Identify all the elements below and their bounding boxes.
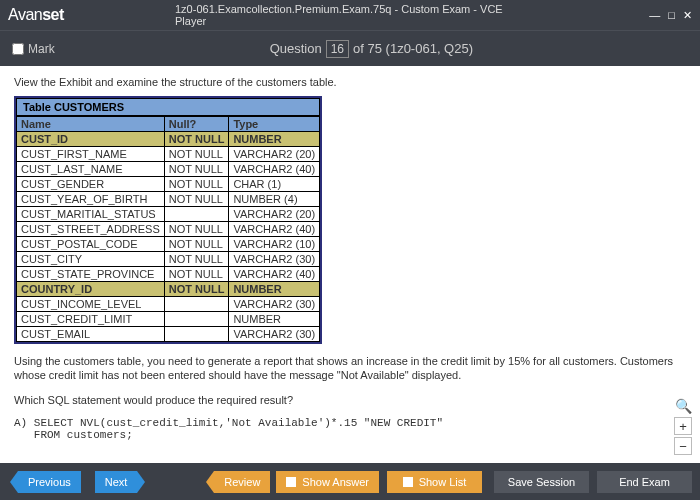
- checkbox-icon: [403, 477, 413, 487]
- table-cell: NOT NULL: [164, 132, 229, 147]
- table-cell: COUNTRY_ID: [17, 282, 165, 297]
- table-title: Table CUSTOMERS: [16, 98, 320, 116]
- minimize-icon[interactable]: —: [649, 9, 660, 22]
- table-cell: CUST_GENDER: [17, 177, 165, 192]
- table-cell: [164, 207, 229, 222]
- table-header-cell: Null?: [164, 117, 229, 132]
- table-cell: NOT NULL: [164, 147, 229, 162]
- table-cell: CUST_EMAIL: [17, 327, 165, 342]
- table-row: CUST_FIRST_NAMENOT NULLVARCHAR2 (20): [17, 147, 320, 162]
- table-cell: CUST_ID: [17, 132, 165, 147]
- table-cell: VARCHAR2 (40): [229, 267, 320, 282]
- table-cell: NOT NULL: [164, 162, 229, 177]
- table-cell: NOT NULL: [164, 177, 229, 192]
- table-row: CUST_YEAR_OF_BIRTHNOT NULLNUMBER (4): [17, 192, 320, 207]
- table-cell: VARCHAR2 (30): [229, 252, 320, 267]
- mark-label: Mark: [28, 42, 55, 56]
- table-cell: NUMBER: [229, 132, 320, 147]
- table-row: COUNTRY_IDNOT NULLNUMBER: [17, 282, 320, 297]
- table-cell: NOT NULL: [164, 252, 229, 267]
- zoom-out-button[interactable]: −: [674, 437, 692, 455]
- table-header-cell: Type: [229, 117, 320, 132]
- table-cell: VARCHAR2 (40): [229, 162, 320, 177]
- table-cell: NOT NULL: [164, 222, 229, 237]
- table-cell: NOT NULL: [164, 192, 229, 207]
- table-cell: CUST_CREDIT_LIMIT: [17, 312, 165, 327]
- table-cell: NOT NULL: [164, 267, 229, 282]
- zoom-controls: 🔍 + −: [674, 397, 692, 455]
- table-row: CUST_CREDIT_LIMITNUMBER: [17, 312, 320, 327]
- table-row: CUST_GENDERNOT NULLCHAR (1): [17, 177, 320, 192]
- question-number[interactable]: 16: [326, 40, 349, 58]
- logo: Avanset: [8, 6, 64, 24]
- titlebar: Avanset 1z0-061.Examcollection.Premium.E…: [0, 0, 700, 30]
- table-cell: CUST_YEAR_OF_BIRTH: [17, 192, 165, 207]
- magnify-icon[interactable]: 🔍: [674, 397, 692, 415]
- show-answer-button[interactable]: Show Answer: [276, 471, 379, 493]
- window-controls: — □ ✕: [649, 9, 692, 22]
- table-cell: CUST_INCOME_LEVEL: [17, 297, 165, 312]
- table-cell: NUMBER: [229, 312, 320, 327]
- table-cell: VARCHAR2 (30): [229, 297, 320, 312]
- table-cell: CUST_CITY: [17, 252, 165, 267]
- table-cell: CUST_LAST_NAME: [17, 162, 165, 177]
- table-cell: [164, 327, 229, 342]
- show-list-button[interactable]: Show List: [387, 471, 482, 493]
- table-cell: VARCHAR2 (30): [229, 327, 320, 342]
- table-row: CUST_IDNOT NULLNUMBER: [17, 132, 320, 147]
- table-cell: NOT NULL: [164, 237, 229, 252]
- previous-button[interactable]: Previous: [18, 471, 81, 493]
- checkbox-icon: [286, 477, 296, 487]
- footer: Previous Next Review Show Answer Show Li…: [0, 463, 700, 500]
- table-row: CUST_CITYNOT NULLVARCHAR2 (30): [17, 252, 320, 267]
- table-row: CUST_LAST_NAMENOT NULLVARCHAR2 (40): [17, 162, 320, 177]
- table-row: CUST_POSTAL_CODENOT NULLVARCHAR2 (10): [17, 237, 320, 252]
- table-cell: CHAR (1): [229, 177, 320, 192]
- question-nav: Question 16 of 75 (1z0-061, Q25): [270, 40, 473, 58]
- table-cell: NOT NULL: [164, 282, 229, 297]
- table-row: CUST_INCOME_LEVELVARCHAR2 (30): [17, 297, 320, 312]
- toolbar: Mark Question 16 of 75 (1z0-061, Q25): [0, 30, 700, 66]
- end-exam-button[interactable]: End Exam: [597, 471, 692, 493]
- table-cell: VARCHAR2 (20): [229, 147, 320, 162]
- table-cell: CUST_POSTAL_CODE: [17, 237, 165, 252]
- table-cell: CUST_FIRST_NAME: [17, 147, 165, 162]
- next-button[interactable]: Next: [95, 471, 138, 493]
- table-cell: CUST_STATE_PROVINCE: [17, 267, 165, 282]
- mark-checkbox[interactable]: Mark: [12, 42, 55, 56]
- table-row: CUST_STREET_ADDRESSNOT NULLVARCHAR2 (40): [17, 222, 320, 237]
- customers-table: Table CUSTOMERS NameNull?Type CUST_IDNOT…: [14, 96, 322, 344]
- table-cell: CUST_STREET_ADDRESS: [17, 222, 165, 237]
- close-icon[interactable]: ✕: [683, 9, 692, 22]
- review-button[interactable]: Review: [214, 471, 270, 493]
- exhibit-intro: View the Exhibit and examine the structu…: [14, 76, 686, 88]
- table-cell: CUST_MARITIAL_STATUS: [17, 207, 165, 222]
- content-area[interactable]: View the Exhibit and examine the structu…: [0, 66, 700, 463]
- maximize-icon[interactable]: □: [668, 9, 675, 22]
- table-cell: [164, 312, 229, 327]
- table-header-cell: Name: [17, 117, 165, 132]
- table-cell: NUMBER: [229, 282, 320, 297]
- question-body-2: Which SQL statement would produce the re…: [14, 393, 686, 407]
- table-row: CUST_EMAILVARCHAR2 (30): [17, 327, 320, 342]
- table-row: CUST_STATE_PROVINCENOT NULLVARCHAR2 (40): [17, 267, 320, 282]
- table-cell: [164, 297, 229, 312]
- table-cell: VARCHAR2 (10): [229, 237, 320, 252]
- table-cell: VARCHAR2 (40): [229, 222, 320, 237]
- mark-input[interactable]: [12, 43, 24, 55]
- zoom-in-button[interactable]: +: [674, 417, 692, 435]
- table-row: CUST_MARITIAL_STATUSVARCHAR2 (20): [17, 207, 320, 222]
- window-title: 1z0-061.Examcollection.Premium.Exam.75q …: [175, 3, 525, 27]
- save-session-button[interactable]: Save Session: [494, 471, 589, 493]
- option-a[interactable]: A) SELECT NVL(cust_credit_limit,'Not Ava…: [14, 417, 686, 441]
- table-cell: VARCHAR2 (20): [229, 207, 320, 222]
- table-cell: NUMBER (4): [229, 192, 320, 207]
- question-body-1: Using the customers table, you need to g…: [14, 354, 686, 383]
